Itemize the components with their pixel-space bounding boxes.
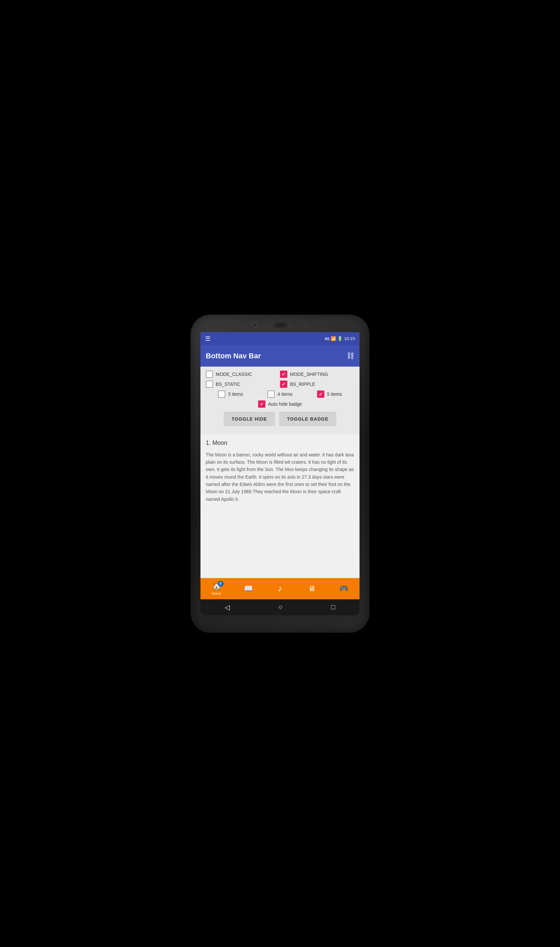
toggle-buttons-row: TOGGLE HIDE TOGGLE BADGE — [206, 412, 354, 426]
status-left: ☰ — [205, 335, 211, 342]
mode-shifting-col: MODE_SHIFTING — [280, 371, 354, 378]
mode-classic-label: MODE_CLASSIC — [216, 371, 252, 377]
mode-shifting-label: MODE_SHIFTING — [290, 371, 328, 377]
4items-checkbox[interactable] — [268, 391, 275, 398]
nav-item-tv[interactable]: 🖥 — [296, 578, 328, 599]
bs-ripple-label: BS_RIPPLE — [290, 382, 315, 387]
3items-col: 3 items — [218, 391, 243, 398]
home-badge: 0 — [218, 581, 224, 587]
5items-label: 5 items — [327, 391, 342, 397]
back-button[interactable]: ◁ — [225, 603, 230, 611]
tv-icon: 🖥 — [308, 584, 315, 593]
checkbox-row-1: MODE_CLASSIC MODE_SHIFTING — [206, 371, 354, 378]
game-icon: 🎮 — [339, 584, 348, 593]
app-title: Bottom Nav Bar — [206, 352, 261, 360]
system-nav: ◁ ○ □ — [200, 599, 360, 615]
home-icon: 🏠 0 — [212, 582, 221, 591]
mode-classic-col: MODE_CLASSIC — [206, 371, 280, 378]
3items-label: 3 items — [228, 391, 243, 397]
time-display: 10:15 — [344, 336, 355, 341]
5items-col: 5 items — [317, 391, 342, 398]
recents-button[interactable]: □ — [331, 603, 335, 611]
mode-classic-checkbox[interactable] — [206, 371, 213, 378]
bs-ripple-col: BS_RIPPLE — [280, 380, 354, 388]
bs-ripple-checkbox[interactable] — [280, 380, 287, 388]
link-icon[interactable]: ⛓ — [347, 352, 354, 360]
toggle-badge-button[interactable]: TOGGLE BADGE — [279, 412, 336, 426]
bs-static-col: BS_STATIC — [206, 380, 280, 388]
status-bar: ☰ 3G 📶 🔋 10:15 — [200, 332, 360, 345]
options-panel: MODE_CLASSIC MODE_SHIFTING BS_STATIC — [200, 366, 360, 434]
auto-hide-checkbox[interactable] — [258, 400, 265, 408]
front-camera — [252, 322, 257, 328]
toolbar: Bottom Nav Bar ⛓ — [200, 345, 360, 366]
toggle-hide-button[interactable]: TOGGLE HIDE — [224, 412, 275, 426]
bs-static-checkbox[interactable] — [206, 380, 213, 388]
auto-hide-label: Auto hide badge — [268, 401, 302, 407]
nav-item-home[interactable]: 🏠 0 Home — [200, 578, 232, 599]
main-content: 1. Moon The Moon is a barren, rocky worl… — [200, 434, 360, 578]
home-label: Home — [211, 591, 221, 595]
camera-area — [191, 322, 369, 328]
3items-checkbox[interactable] — [218, 391, 225, 398]
nav-item-music[interactable]: ♪ — [264, 578, 296, 599]
auto-hide-row: Auto hide badge — [206, 400, 354, 408]
phone-screen: ☰ 3G 📶 🔋 10:15 Bottom Nav Bar ⛓ — [200, 332, 360, 615]
signal-icon: 📶 — [331, 336, 336, 341]
content-title: 1. Moon — [206, 439, 354, 447]
menu-icon: ☰ — [205, 335, 211, 342]
battery-icon: 🔋 — [337, 336, 343, 341]
4items-col: 4 items — [268, 391, 292, 398]
content-body: The Moon is a barren, rocky world withou… — [206, 451, 354, 503]
4items-label: 4 items — [277, 391, 292, 397]
status-right: 3G 📶 🔋 10:15 — [325, 336, 355, 341]
bs-static-label: BS_STATIC — [216, 382, 240, 387]
5items-checkbox[interactable] — [317, 391, 325, 398]
content-area: MODE_CLASSIC MODE_SHIFTING BS_STATIC — [200, 366, 360, 578]
phone-device: ☰ 3G 📶 🔋 10:15 Bottom Nav Bar ⛓ — [191, 314, 369, 633]
music-icon: ♪ — [278, 584, 282, 594]
bottom-nav: 🏠 0 Home 📖 ♪ 🖥 🎮 — [200, 578, 360, 599]
bookmark-icon: 📖 — [244, 584, 253, 593]
items-row: 3 items 4 items 5 items — [206, 391, 354, 398]
nav-item-bookmark[interactable]: 📖 — [232, 578, 264, 599]
mode-shifting-checkbox[interactable] — [280, 371, 287, 378]
speaker-grill — [271, 323, 291, 328]
checkbox-row-2: BS_STATIC BS_RIPPLE — [206, 380, 354, 388]
sensor — [304, 323, 308, 327]
nav-item-game[interactable]: 🎮 — [328, 578, 360, 599]
home-button[interactable]: ○ — [278, 603, 282, 611]
network-indicator: 3G — [325, 337, 330, 341]
